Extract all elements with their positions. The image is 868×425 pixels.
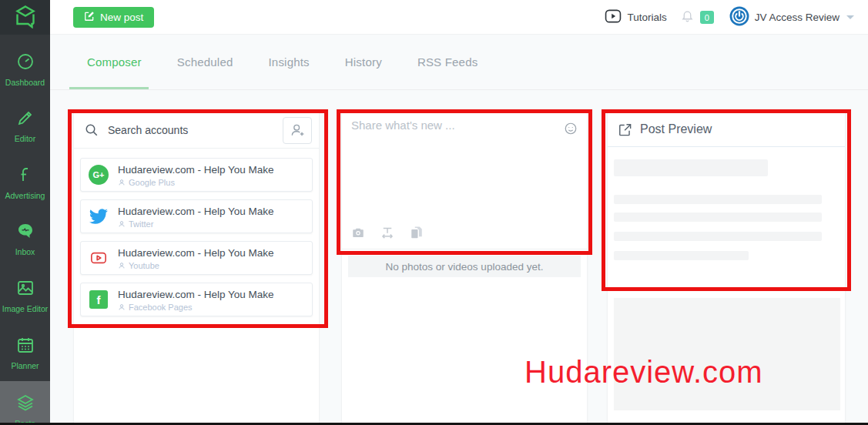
- add-account-button[interactable]: [283, 117, 312, 144]
- sidebar-item-posts[interactable]: Posts: [0, 381, 50, 425]
- tutorials-button[interactable]: Tutorials: [605, 9, 666, 25]
- account-search-row: [74, 112, 319, 149]
- sidebar-item-image-editor[interactable]: Image Editor: [0, 279, 50, 313]
- preview-placeholder-bar: [614, 251, 749, 260]
- facebook-f-icon: [16, 173, 35, 186]
- layers-icon: [16, 401, 35, 414]
- account-network: Youtube: [129, 261, 159, 270]
- composer-zone: [342, 112, 587, 249]
- compose-icon: [84, 11, 95, 24]
- accounts-panel: G+ Hudareview.com - Help You Make Google…: [73, 112, 320, 424]
- account-network: Twitter: [129, 219, 153, 229]
- tab-composer[interactable]: Composer: [87, 55, 142, 69]
- emoji-picker-icon[interactable]: [564, 122, 578, 136]
- notification-count-badge[interactable]: 0: [700, 11, 714, 24]
- facebook-icon: f: [89, 289, 109, 310]
- camera-icon[interactable]: [351, 226, 365, 239]
- sidebar-item-label: Planner: [0, 361, 50, 370]
- account-network: Google Plus: [129, 178, 175, 187]
- account-title: Hudareview.com - Help You Make: [118, 206, 274, 217]
- text-width-icon[interactable]: [380, 226, 394, 239]
- preview-placeholder-bar: [614, 212, 822, 222]
- youtube-icon: [89, 248, 109, 268]
- post-preview-title: Post Preview: [640, 122, 712, 136]
- sidebar-item-label: Dashboard: [0, 78, 50, 87]
- topbar: New post Tutorials 0: [50, 0, 868, 35]
- sidebar-item-label: Advertising: [0, 191, 50, 200]
- person-icon: [118, 220, 126, 228]
- copy-pages-icon[interactable]: [410, 226, 424, 239]
- watermark-text: Hudareview.com: [524, 355, 763, 390]
- avatar: [729, 6, 749, 29]
- image-icon: [16, 286, 35, 300]
- sidebar-item-advertising[interactable]: Advertising: [0, 166, 50, 200]
- app-window: Dashboard Editor Advertising I: [0, 0, 868, 425]
- calendar-icon: [16, 343, 35, 356]
- sidebar-item-label: Image Editor: [0, 304, 50, 313]
- bell-icon[interactable]: [681, 9, 694, 25]
- account-item-youtube[interactable]: Hudareview.com - Help You Make Youtube: [80, 241, 313, 275]
- preview-placeholder-bar: [614, 232, 822, 241]
- share-icon: [618, 122, 632, 137]
- topbar-right-group: Tutorials 0 JV: [605, 0, 854, 35]
- tabs-divider: [50, 89, 868, 90]
- account-title: Hudareview.com - Help You Make: [118, 164, 274, 176]
- tutorials-label: Tutorials: [627, 12, 666, 23]
- user-name: JV Access Review: [755, 12, 840, 23]
- gauge-icon: [16, 60, 35, 73]
- notifications: 0: [681, 9, 714, 25]
- person-icon: [118, 303, 126, 311]
- new-post-label: New post: [100, 12, 143, 23]
- tab-insights[interactable]: Insights: [269, 55, 310, 69]
- search-icon: [85, 123, 99, 137]
- sidebar-item-dashboard[interactable]: Dashboard: [0, 52, 50, 87]
- preview-placeholder-bar: [614, 195, 822, 204]
- chevron-down-icon: [846, 15, 854, 19]
- tab-scheduled[interactable]: Scheduled: [177, 55, 233, 69]
- account-item-twitter[interactable]: Hudareview.com - Help You Make Twitter: [80, 199, 313, 233]
- accounts-list: G+ Hudareview.com - Help You Make Google…: [74, 149, 319, 316]
- sidebar: Dashboard Editor Advertising I: [0, 0, 50, 425]
- post-text-input[interactable]: [351, 119, 536, 211]
- preview-image-placeholder: [614, 298, 840, 410]
- chat-bubble-icon: [16, 229, 35, 243]
- person-icon: [118, 262, 126, 269]
- envelope-logo-icon: [13, 4, 38, 32]
- post-preview-header: Post Preview: [608, 112, 845, 147]
- sidebar-item-planner[interactable]: Planner: [0, 336, 50, 370]
- google-plus-icon: G+: [89, 165, 109, 185]
- sidebar-item-editor[interactable]: Editor: [0, 109, 50, 143]
- tab-bar: Composer Scheduled Insights History RSS …: [87, 35, 478, 89]
- account-title: Hudareview.com - Help You Make: [118, 247, 274, 259]
- sidebar-item-label: Editor: [0, 134, 50, 143]
- pencil-icon: [16, 116, 35, 129]
- account-item-facebook[interactable]: f Hudareview.com - Help You Make Faceboo…: [80, 283, 313, 316]
- sidebar-item-label: Inbox: [0, 247, 50, 256]
- add-person-icon: [290, 122, 305, 138]
- tab-history[interactable]: History: [345, 55, 382, 69]
- person-icon: [118, 179, 126, 186]
- main-content: Composer Scheduled Insights History RSS …: [50, 35, 868, 425]
- app-logo[interactable]: [0, 0, 50, 35]
- account-network: Facebook Pages: [129, 303, 193, 312]
- search-accounts-input[interactable]: [108, 124, 283, 136]
- sidebar-item-inbox[interactable]: Inbox: [0, 222, 50, 256]
- composer-toolbar: [351, 226, 424, 239]
- play-video-icon: [605, 9, 622, 25]
- preview-placeholder-bar: [614, 159, 768, 176]
- tab-rss-feeds[interactable]: RSS Feeds: [417, 55, 478, 69]
- account-item-google-plus[interactable]: G+ Hudareview.com - Help You Make Google…: [80, 158, 313, 192]
- twitter-icon: [89, 206, 109, 226]
- no-media-message: No photos or videos uploaded yet.: [348, 256, 581, 277]
- user-menu[interactable]: JV Access Review: [729, 6, 854, 29]
- account-title: Hudareview.com - Help You Make: [118, 289, 274, 300]
- new-post-button[interactable]: New post: [73, 7, 154, 28]
